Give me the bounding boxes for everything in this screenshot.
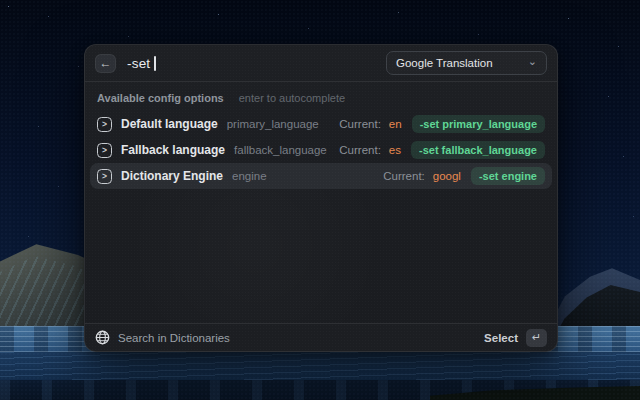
footer-app-label: Search in Dictionaries: [118, 332, 230, 344]
footer-bar: Search in Dictionaries Select ↵: [85, 323, 557, 351]
search-header: ← -set Google Translation ⌄: [85, 45, 557, 82]
current-label: Current:: [383, 170, 425, 182]
current-label: Current:: [339, 144, 381, 156]
enter-key-badge[interactable]: ↵: [526, 329, 547, 347]
item-subtitle: engine: [232, 170, 267, 182]
config-options-list: > Default language primary_language Curr…: [85, 109, 557, 189]
list-item-dictionary-engine[interactable]: > Dictionary Engine engine Current: goog…: [90, 163, 552, 189]
section-title: Available config options: [97, 92, 224, 104]
set-command-badge: -set primary_language: [412, 115, 545, 133]
select-action-label: Select: [484, 332, 518, 344]
section-header: Available config options enter to autoco…: [85, 82, 557, 109]
section-hint: enter to autocomplete: [239, 92, 345, 104]
current-value: en: [389, 118, 402, 130]
back-button[interactable]: ←: [95, 54, 116, 73]
arrow-left-icon: ←: [100, 56, 112, 70]
current-value: es: [389, 144, 401, 156]
current-label: Current:: [339, 118, 381, 130]
item-title: Fallback language: [121, 143, 225, 157]
list-item-default-language[interactable]: > Default language primary_language Curr…: [90, 111, 552, 137]
text-cursor: [154, 56, 156, 71]
terminal-icon: >: [97, 169, 112, 184]
results-empty-area: [85, 189, 557, 323]
dropdown-selected-label: Google Translation: [396, 57, 493, 69]
globe-icon: [95, 330, 110, 345]
enter-icon: ↵: [532, 331, 541, 343]
terminal-icon: >: [97, 117, 112, 132]
item-subtitle: fallback_language: [234, 144, 327, 156]
current-value: googl: [433, 170, 461, 182]
chevron-down-icon: ⌄: [528, 57, 537, 65]
item-title: Dictionary Engine: [121, 169, 223, 183]
item-subtitle: primary_language: [227, 118, 319, 130]
terminal-icon: >: [97, 143, 112, 158]
list-item-fallback-language[interactable]: > Fallback language fallback_language Cu…: [90, 137, 552, 163]
set-command-badge: -set engine: [471, 167, 545, 185]
search-query-text: -set: [127, 56, 150, 71]
launcher-window: ← -set Google Translation ⌄ Available co…: [84, 44, 558, 352]
search-input[interactable]: -set: [127, 56, 386, 71]
command-dropdown[interactable]: Google Translation ⌄: [386, 51, 547, 75]
set-command-badge: -set fallback_language: [411, 141, 545, 159]
item-title: Default language: [121, 117, 218, 131]
